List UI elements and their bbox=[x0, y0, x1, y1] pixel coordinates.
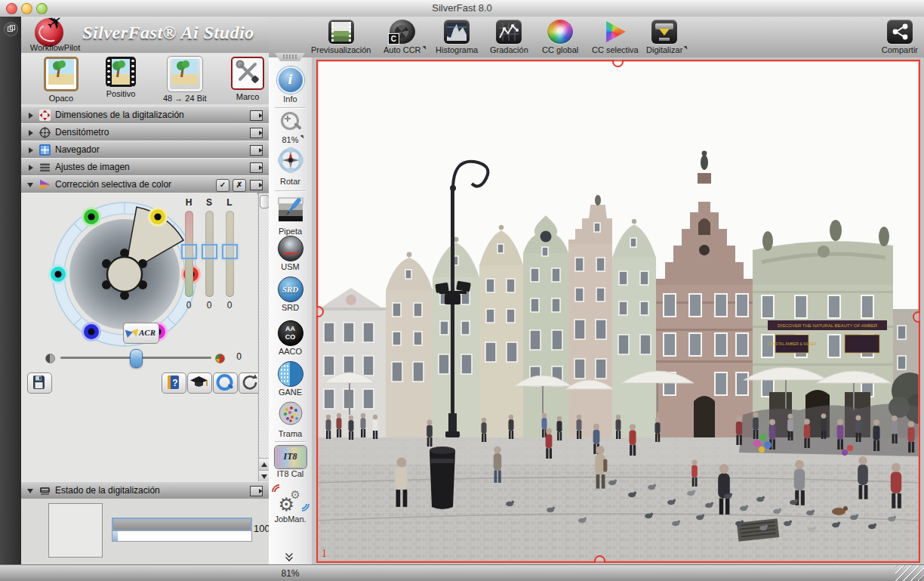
selective-color-body: H S L 0 0 0 ACR 0 bbox=[21, 193, 257, 482]
float-panels-button[interactable] bbox=[4, 22, 18, 36]
rail-label: GANE bbox=[269, 388, 312, 397]
toolbar-gradation-button[interactable]: Gradación bbox=[490, 20, 528, 54]
rail-trama-button[interactable]: Trama bbox=[269, 400, 312, 438]
rail-jobmanager-button[interactable]: ⚙⚙ JobMan. bbox=[269, 487, 312, 524]
positive-film-icon bbox=[106, 57, 136, 87]
rail-zoom-button[interactable]: 81% bbox=[269, 112, 312, 144]
statusbar-zoom: 81% bbox=[269, 568, 312, 579]
scroll-down-button[interactable] bbox=[259, 470, 269, 482]
acr-label: ACR bbox=[139, 328, 156, 337]
scan-status-body: 100% bbox=[21, 499, 269, 564]
toolbar-cc-selective-button[interactable]: CC selectiva bbox=[592, 20, 639, 54]
detach-panel-icon[interactable] bbox=[250, 486, 263, 496]
mode-frame-button[interactable]: Marco bbox=[231, 57, 264, 101]
detach-panel-icon[interactable] bbox=[250, 145, 263, 156]
collapse-arrow-icon[interactable] bbox=[27, 489, 33, 493]
rail-info-button[interactable]: i Info bbox=[269, 66, 312, 104]
rail-collapse-tab[interactable] bbox=[275, 53, 305, 61]
expand-arrow-icon[interactable] bbox=[29, 147, 33, 153]
scan-icon bbox=[651, 20, 677, 44]
scan-dimensions-icon bbox=[39, 110, 51, 121]
rail-gane-button[interactable]: GANE bbox=[269, 361, 312, 397]
panel-densitometer[interactable]: Densitómetro bbox=[21, 123, 269, 142]
help-button[interactable]: ? bbox=[162, 372, 186, 394]
compass-icon bbox=[277, 147, 304, 174]
toolbar-prescan-button[interactable]: Previsualización bbox=[311, 20, 371, 54]
acr-strength-slider: 0 bbox=[45, 348, 242, 367]
selective-color-icon bbox=[39, 179, 51, 190]
frame-handle-top[interactable] bbox=[612, 60, 624, 67]
scan-frame[interactable]: 1 bbox=[316, 60, 920, 563]
panel-image-settings[interactable]: Ajustes de imagen bbox=[21, 158, 269, 177]
toolbar-cc-global-button[interactable]: CC global bbox=[542, 20, 578, 54]
detach-panel-icon[interactable] bbox=[250, 128, 263, 138]
apply-button[interactable]: ✓ bbox=[216, 179, 229, 192]
panel-selective-color[interactable]: Corrección selectiva de color ✓ ✗ bbox=[21, 175, 269, 194]
frame-handle-bottom[interactable] bbox=[594, 555, 605, 563]
mode-reflective-button[interactable]: Opaco bbox=[44, 57, 79, 103]
rail-rotate-button[interactable]: Rotar bbox=[269, 147, 312, 186]
rail-it8-button[interactable]: IT8 IT8 Cal bbox=[269, 446, 312, 478]
cc-selective-icon bbox=[602, 20, 628, 44]
rail-more-chevron[interactable] bbox=[285, 550, 294, 559]
panel-scan-dimensions[interactable]: Dimensiones de la digitalización bbox=[21, 106, 269, 125]
rail-aaco-button[interactable]: AACO AACO bbox=[269, 320, 312, 356]
panel-title: Ajustes de imagen bbox=[55, 162, 130, 172]
detach-panel-icon[interactable] bbox=[250, 110, 263, 121]
frame-handle-left[interactable] bbox=[316, 306, 324, 317]
luminance-slider-handle[interactable] bbox=[222, 244, 238, 259]
navigator-icon bbox=[39, 144, 51, 156]
saturate-icon bbox=[215, 354, 225, 363]
resize-grip[interactable] bbox=[894, 565, 924, 581]
toolbar-label: Auto CCR bbox=[383, 45, 421, 54]
share-button[interactable]: Compartir bbox=[882, 20, 918, 54]
rail-label: SRD bbox=[269, 303, 312, 312]
detach-panel-icon[interactable] bbox=[250, 180, 263, 190]
tutorial-button[interactable] bbox=[187, 372, 212, 394]
tool-rail: i Info 81% Rotar Pipeta bbox=[269, 57, 313, 564]
detach-panel-icon[interactable] bbox=[250, 162, 263, 173]
reset-button[interactable]: ✗ bbox=[233, 179, 246, 192]
butterfly-icon bbox=[126, 327, 137, 337]
silverfast-window: SilverFast 8.0 ✈ WorkflowPilot SilverFas… bbox=[0, 0, 924, 581]
cascade-windows-icon bbox=[8, 26, 13, 32]
rail-label: IT8 Cal bbox=[269, 469, 312, 478]
save-preset-button[interactable] bbox=[27, 372, 52, 394]
gane-icon bbox=[278, 361, 303, 387]
slider-handle[interactable] bbox=[130, 349, 143, 368]
frame-handle-right[interactable] bbox=[913, 311, 920, 323]
mode-bitdepth-button[interactable]: 48 → 24 Bit bbox=[163, 57, 206, 103]
saturation-value: 0 bbox=[202, 300, 217, 311]
panel-navigator[interactable]: Navegador bbox=[21, 141, 269, 159]
acr-button[interactable]: ACR bbox=[123, 323, 159, 344]
saturation-slider-handle[interactable] bbox=[202, 244, 217, 259]
toolbar-scan-button[interactable]: Digitalizar bbox=[646, 20, 682, 54]
rail-pipette-button[interactable]: Pipeta bbox=[269, 195, 312, 236]
rail-usm-button[interactable]: USM bbox=[269, 236, 312, 271]
rail-srd-button[interactable]: SRD SRD bbox=[269, 277, 312, 312]
expand-arrow-icon[interactable] bbox=[29, 165, 33, 171]
mode-positive-button[interactable]: Positivo bbox=[106, 57, 136, 98]
expand-arrow-icon[interactable] bbox=[29, 130, 33, 136]
movie-button[interactable] bbox=[213, 372, 238, 394]
collapse-arrow-icon[interactable] bbox=[27, 183, 33, 187]
luminance-label: L bbox=[222, 197, 237, 208]
expand-arrow-icon[interactable] bbox=[29, 113, 33, 119]
toolbar-label: CC global bbox=[542, 45, 578, 54]
status-bar: 81% bbox=[0, 564, 924, 581]
usm-icon bbox=[278, 236, 303, 261]
panel-title: Densitómetro bbox=[55, 127, 109, 138]
luminance-value: 0 bbox=[222, 300, 237, 311]
desaturate-icon bbox=[45, 354, 55, 363]
toolbar-histogram-button[interactable]: Histograma bbox=[436, 20, 478, 54]
descreen-icon bbox=[278, 400, 303, 426]
panel-scan-status[interactable]: Estado de la digitalización bbox=[21, 481, 269, 500]
panel-title: Corrección selectiva de color bbox=[55, 179, 171, 190]
cc-global-icon bbox=[547, 20, 573, 44]
scroll-up-button[interactable] bbox=[259, 458, 269, 470]
scan-progress-bar bbox=[112, 518, 252, 531]
titlebar: SilverFast 8.0 bbox=[0, 0, 924, 17]
scan-thumbnail bbox=[48, 503, 103, 558]
hue-slider-handle[interactable] bbox=[181, 244, 197, 259]
toolbar-auto-ccr-button[interactable]: C Auto CCR bbox=[383, 20, 421, 54]
